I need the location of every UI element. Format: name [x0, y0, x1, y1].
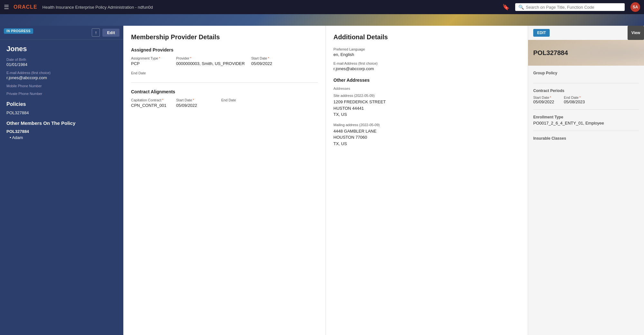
additional-email-value: r.jones@abccorp.com [334, 66, 520, 71]
ca-start-date-value: 05/09/2022 [176, 103, 215, 108]
start-date-label: Start Date * [251, 56, 290, 60]
center-content: Membership Provider Details Assigned Pro… [123, 26, 528, 335]
assigned-providers-label: Assigned Providers [131, 47, 318, 52]
additional-panel: Additional Details Preferred Language en… [326, 26, 528, 335]
enrollment-type-section: Enrollment Type PO0017_2_6_4_ENTY_01, Em… [533, 115, 639, 131]
contract-alignments-label: Contract Alignments [131, 89, 318, 94]
capitation-required: * [162, 98, 163, 102]
membership-panel-title: Membership Provider Details [131, 33, 318, 41]
preferred-language-value: en, English [334, 52, 520, 57]
capitation-col: Capitation Contract * CPN_CONTR_001 [131, 98, 170, 108]
policies-title: Policies [6, 101, 117, 107]
site-address-label: Site address (2022-05-09) [334, 94, 520, 98]
other-policy-number: POL327884 [6, 129, 117, 134]
policy-content: Group Policy Contract Periods Start Date… [528, 66, 644, 156]
policy-dates: Start Date * 05/09/2022 End Date * 05/08… [533, 96, 639, 104]
sidebar-edit-button[interactable]: Edit [102, 29, 119, 37]
preferred-language-label: Preferred Language [334, 47, 520, 51]
ca-start-date-label: Start Date * [176, 98, 215, 102]
insurable-classes-section: Insurable Classes [533, 136, 639, 146]
ca-end-date-label: End Date [221, 98, 260, 102]
site-address: 1209 FREDERICK STREET HUSTON 44441 TX, U… [334, 99, 520, 118]
email-value: r.jones@abccorp.com [6, 75, 117, 80]
policy-view-button[interactable]: View [628, 26, 644, 40]
sidebar-up-button[interactable]: ↑ [92, 28, 100, 37]
policy-panel-header: EDIT View [528, 26, 644, 40]
group-policy-label: Group Policy [533, 71, 639, 75]
contract-periods-section: Contract Periods Start Date * 05/09/2022… [533, 88, 639, 110]
policy-start-date-item: Start Date * 05/09/2022 [533, 96, 554, 104]
contract-group: Capitation Contract * CPN_CONTR_001 Star… [131, 98, 318, 108]
avatar[interactable]: SA [630, 2, 640, 12]
member-name: Jones [6, 45, 117, 53]
addresses-section: Other Addresses Addresses Site address (… [334, 78, 520, 147]
search-box[interactable]: 🔍 [515, 3, 625, 11]
sidebar-top-bar: IN PROGRESS ↑ Edit [0, 26, 123, 40]
policy-edit-button[interactable]: EDIT [533, 29, 550, 37]
start-date-value: 05/09/2022 [251, 61, 290, 66]
group-policy-section: Group Policy [533, 71, 639, 83]
mailing-address-label: Mailing address (2022-05-09) [334, 123, 520, 127]
provider-col: Provider * 0000000003, Smith, US_PROVIDE… [176, 56, 245, 66]
dob-label: Date of Birth [6, 58, 117, 61]
policy-end-date-label: End Date * [564, 96, 585, 99]
bookmark-icon[interactable]: 🔖 [502, 4, 509, 11]
assignment-type-required: * [159, 56, 160, 60]
ca-end-date-col: End Date [221, 98, 260, 108]
mailing-address: 4448 GAMBLER LANE HOUSTON 77060 TX, US [334, 128, 520, 147]
capitation-label: Capitation Contract * [131, 98, 170, 102]
assignment-type-group: Assignment Type * PCP Provider * 0000000… [131, 56, 318, 66]
private-label: Private Phone Number [6, 92, 117, 96]
provider-label: Provider * [176, 56, 245, 60]
capitation-value: CPN_CONTR_001 [131, 103, 170, 108]
center-panels: Membership Provider Details Assigned Pro… [123, 26, 528, 335]
ca-start-date-col: Start Date * 05/09/2022 [176, 98, 215, 108]
search-input[interactable] [526, 5, 621, 10]
start-date-required: * [268, 56, 269, 60]
policy-start-date-value: 05/09/2022 [533, 99, 554, 104]
mobile-label: Mobile Phone Number [6, 84, 117, 88]
policy-banner: POL327884 [528, 40, 644, 66]
oracle-text: ORACLE [14, 4, 37, 10]
email-label: E-mail Address (first choice) [6, 71, 117, 75]
decorative-banner [0, 14, 644, 26]
additional-email-group: E-mail Address (first choice) r.jones@ab… [334, 61, 520, 71]
membership-panel: Membership Provider Details Assigned Pro… [123, 26, 326, 335]
policy-end-date-value: 05/08/2023 [564, 99, 585, 104]
end-date-group: End Date [131, 71, 318, 76]
provider-value: 0000000003, Smith, US_PROVIDER [176, 61, 245, 66]
hamburger-icon[interactable]: ☰ [4, 4, 9, 11]
other-member-name: • Adam [10, 135, 117, 140]
dob-value: 01/01/1984 [6, 62, 117, 67]
assignment-type-value: PCP [131, 61, 170, 66]
policy-number-sidebar[interactable]: POL327884 [6, 110, 117, 115]
addresses-label: Addresses [334, 87, 520, 90]
other-addresses-title: Other Addresses [334, 78, 520, 83]
start-date-col: Start Date * 05/09/2022 [251, 56, 290, 66]
policy-start-date-label: Start Date * [533, 96, 554, 99]
additional-panel-title: Additional Details [334, 33, 520, 41]
contract-periods-label: Contract Periods [533, 88, 639, 93]
insurable-classes-label: Insurable Classes [533, 136, 639, 141]
preferred-language-group: Preferred Language en, English [334, 47, 520, 57]
policy-panel: EDIT View POL327884 Group Policy Contrac… [528, 26, 644, 335]
additional-email-label: E-mail Address (first choice) [334, 61, 520, 65]
assignment-type-label: Assignment Type * [131, 56, 170, 60]
oracle-logo: ORACLE [14, 4, 37, 10]
policy-number-banner: POL327884 [533, 49, 568, 57]
in-progress-badge: IN PROGRESS [4, 28, 33, 34]
app-title: Health Insurance Enterprise Policy Admin… [43, 5, 153, 10]
ca-start-date-required: * [193, 98, 194, 102]
search-icon: 🔍 [518, 5, 524, 10]
policy-end-date-item: End Date * 05/08/2023 [564, 96, 585, 104]
main-layout: IN PROGRESS ↑ Edit Jones Date of Birth 0… [0, 26, 644, 335]
end-date-label: End Date [131, 71, 170, 75]
enrollment-type-value: PO0017_2_6_4_ENTY_01, Employee [533, 121, 639, 126]
assignment-type-col: Assignment Type * PCP [131, 56, 170, 66]
top-nav: ☰ ORACLE Health Insurance Enterprise Pol… [0, 0, 644, 14]
sidebar-content: Jones Date of Birth 01/01/1984 E-mail Ad… [0, 40, 123, 145]
sidebar: IN PROGRESS ↑ Edit Jones Date of Birth 0… [0, 26, 123, 335]
provider-required: * [190, 56, 191, 60]
divider-1 [131, 82, 318, 83]
other-members-title: Other Members On The Policy [6, 120, 117, 126]
